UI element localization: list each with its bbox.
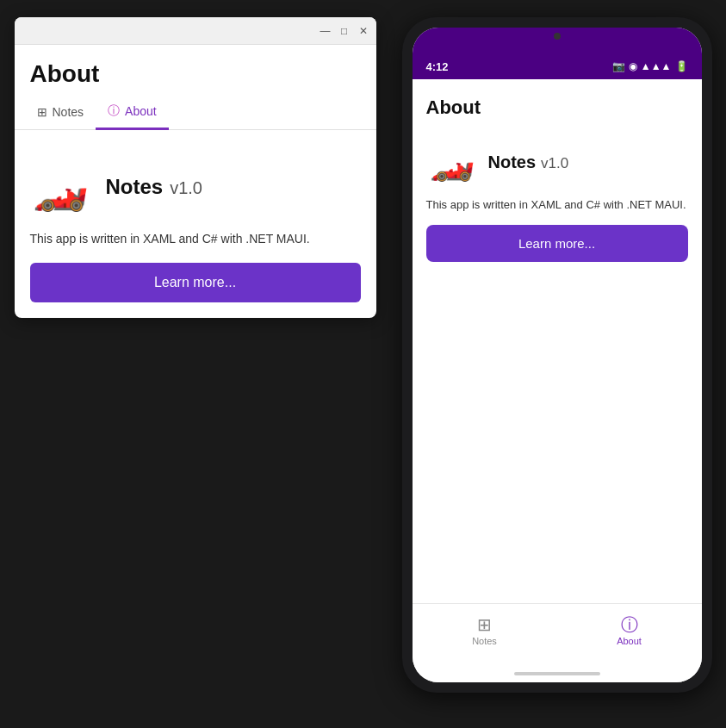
desktop-window: — □ ✕ About ⊞ Notes ⓘ About 🏎️ Notes <box>15 17 376 318</box>
phone-status-bar: 4:12 📷 ◉ ▲▲▲ 🔋 <box>413 52 702 79</box>
camera-dot <box>554 33 561 40</box>
app-header: 🏎️ Notes v1.0 <box>30 156 361 218</box>
phone-app-name-version: Notes v1.0 <box>488 152 569 172</box>
tab-bar: ⊞ Notes ⓘ About <box>15 95 376 130</box>
app-icon-graphic: 🏎️ <box>33 165 89 209</box>
phone-app-header: 🏎️ Notes v1.0 <box>426 136 688 188</box>
phone-camera-area <box>413 28 702 52</box>
phone-nav-notes-label: Notes <box>472 636 497 646</box>
phone-page-title: About <box>426 96 688 119</box>
phone-nav-notes[interactable]: ⊞ Notes <box>413 604 557 665</box>
app-version: v1.0 <box>170 178 202 198</box>
app-name: Notes <box>106 175 164 199</box>
phone-app-version: v1.0 <box>541 155 568 172</box>
about-tab-label: About <box>125 104 157 118</box>
app-icon: 🏎️ <box>30 156 92 218</box>
phone-app-icon: 🏎️ <box>426 136 478 188</box>
minimize-button[interactable]: — <box>320 25 332 37</box>
phone-nav-about[interactable]: ⓘ About <box>557 604 702 665</box>
phone-app-description: This app is written in XAML and C# with … <box>426 198 688 211</box>
wifi-icon: ◉ <box>629 60 637 72</box>
tab-about[interactable]: ⓘ About <box>96 95 169 130</box>
sim-icon: 📷 <box>612 60 625 72</box>
phone-screen: 4:12 📷 ◉ ▲▲▲ 🔋 About 🏎️ Notes v1.0 This … <box>413 28 702 682</box>
desktop-content: 🏎️ Notes v1.0 This app is written in XAM… <box>15 130 376 318</box>
window-body: About ⊞ Notes ⓘ About 🏎️ Notes v1.0 <box>15 45 376 318</box>
notes-tab-icon: ⊞ <box>37 105 47 119</box>
phone-home-indicator <box>413 665 702 682</box>
phone-learn-more-button[interactable]: Learn more... <box>426 225 688 262</box>
tab-notes[interactable]: ⊞ Notes <box>25 95 96 130</box>
phone-nav-notes-icon: ⊞ <box>477 616 492 633</box>
phone-nav-bar: ⊞ Notes ⓘ About <box>413 603 702 665</box>
status-icons: 📷 ◉ ▲▲▲ 🔋 <box>612 60 688 72</box>
phone-app-name: Notes <box>488 152 537 172</box>
phone-home-bar <box>514 672 600 675</box>
close-button[interactable]: ✕ <box>357 25 369 37</box>
phone-nav-about-icon: ⓘ <box>621 616 638 633</box>
phone-content-area: About 🏎️ Notes v1.0 This app is written … <box>413 79 702 603</box>
notes-tab-label: Notes <box>53 105 84 119</box>
maximize-button[interactable]: □ <box>338 25 351 37</box>
window-titlebar: — □ ✕ <box>15 17 376 45</box>
learn-more-button[interactable]: Learn more... <box>30 263 361 302</box>
phone-device: 4:12 📷 ◉ ▲▲▲ 🔋 About 🏎️ Notes v1.0 This … <box>402 17 712 693</box>
app-description: This app is written in XAML and C# with … <box>30 232 361 246</box>
about-tab-icon: ⓘ <box>108 103 120 119</box>
page-title: About <box>15 45 376 95</box>
app-name-version-row: Notes v1.0 <box>106 175 203 199</box>
phone-app-icon-graphic: 🏎️ <box>430 144 475 180</box>
phone-nav-about-label: About <box>617 636 642 646</box>
battery-icon: 🔋 <box>675 60 688 72</box>
signal-icon: ▲▲▲ <box>641 60 672 72</box>
status-time: 4:12 <box>426 60 449 73</box>
